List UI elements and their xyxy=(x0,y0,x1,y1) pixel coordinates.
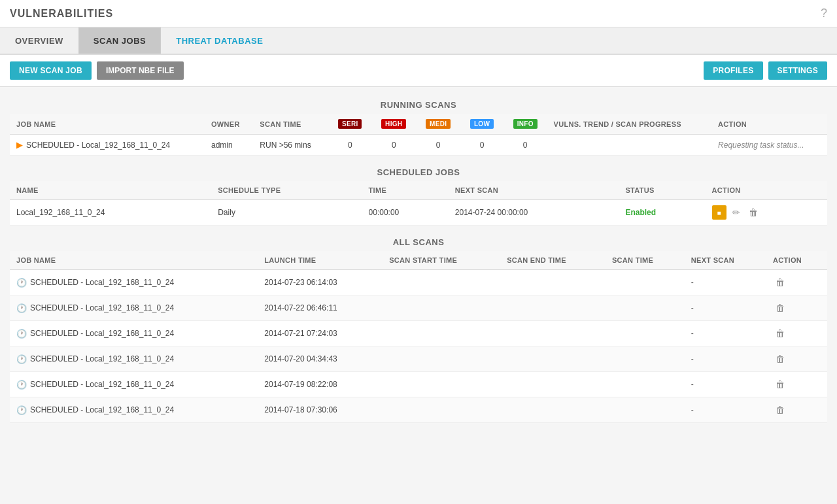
all-action-3: 🗑 xyxy=(766,346,827,372)
main-content: RUNNING SCANS JOB NAME OWNER SCAN TIME S… xyxy=(0,87,837,429)
toolbar-right: PROFILES SETTINGS xyxy=(704,61,827,80)
sched-next: 2014-07-24 00:00:00 xyxy=(449,200,619,226)
col-sched-name: NAME xyxy=(10,181,211,200)
col-sched-action: ACTION xyxy=(706,181,827,200)
col-owner: OWNER xyxy=(205,114,253,135)
tab-scan-jobs[interactable]: SCAN JOBS xyxy=(78,27,161,54)
settings-button[interactable]: SETTINGS xyxy=(768,61,827,80)
col-vulns-trend: VULNS. TREND / SCAN PROGRESS xyxy=(547,114,712,135)
all-next-0: - xyxy=(685,270,766,295)
delete-scan-button[interactable]: 🗑 xyxy=(773,352,787,366)
col-seri: SERI xyxy=(328,114,371,135)
all-next-4: - xyxy=(685,372,766,397)
sched-actions: ■ ✏ 🗑 xyxy=(706,200,827,226)
all-scan-time-1 xyxy=(606,295,685,321)
table-row: 🕐 SCHEDULED - Local_192_168_11_0_24 2014… xyxy=(10,372,827,397)
all-end-4 xyxy=(500,372,606,397)
col-medi: MEDI xyxy=(416,114,460,135)
help-icon[interactable]: ? xyxy=(821,7,827,20)
new-scan-job-button[interactable]: NEW SCAN JOB xyxy=(10,61,92,80)
high-badge: HIGH xyxy=(381,119,406,129)
all-start-4 xyxy=(383,372,500,397)
all-scan-time-4 xyxy=(606,372,685,397)
medi-badge: MEDI xyxy=(426,119,451,129)
toolbar: NEW SCAN JOB IMPORT NBE FILE PROFILES SE… xyxy=(0,55,837,87)
toolbar-left: NEW SCAN JOB IMPORT NBE FILE xyxy=(10,61,184,80)
all-action-5: 🗑 xyxy=(766,397,827,423)
table-row: ▶ SCHEDULED - Local_192_168_11_0_24 admi… xyxy=(10,135,827,156)
all-end-3 xyxy=(500,346,606,372)
delete-scan-button[interactable]: 🗑 xyxy=(773,275,787,290)
all-action-1: 🗑 xyxy=(766,295,827,321)
col-all-next: NEXT SCAN xyxy=(685,251,766,270)
col-all-action: ACTION xyxy=(766,251,827,270)
all-start-5 xyxy=(383,397,500,423)
all-action-4: 🗑 xyxy=(766,372,827,397)
delete-button[interactable]: 🗑 xyxy=(746,205,760,220)
col-all-job-name: JOB NAME xyxy=(10,251,258,270)
low-badge: LOW xyxy=(470,119,494,129)
running-scans-table: JOB NAME OWNER SCAN TIME SERI HIGH MEDI … xyxy=(10,114,827,156)
all-start-3 xyxy=(383,346,500,372)
table-row: 🕐 SCHEDULED - Local_192_168_11_0_24 2014… xyxy=(10,321,827,346)
delete-scan-button[interactable]: 🗑 xyxy=(773,326,787,341)
sched-type: Daily xyxy=(211,200,362,226)
sched-time: 00:00:00 xyxy=(362,200,449,226)
all-next-2: - xyxy=(685,321,766,346)
all-launch-4: 2014-07-19 08:22:08 xyxy=(258,372,383,397)
running-medi: 0 xyxy=(416,135,460,156)
page-title: VULNERABILITIES xyxy=(10,8,113,20)
all-launch-5: 2014-07-18 07:30:06 xyxy=(258,397,383,423)
all-start-1 xyxy=(383,295,500,321)
info-badge: INFO xyxy=(513,119,538,129)
profiles-button[interactable]: PROFILES xyxy=(704,61,762,80)
all-scan-time-5 xyxy=(606,397,685,423)
stop-button[interactable]: ■ xyxy=(712,205,726,220)
col-sched-time: TIME xyxy=(362,181,449,200)
all-launch-1: 2014-07-22 06:46:11 xyxy=(258,295,383,321)
col-all-start: SCAN START TIME xyxy=(383,251,500,270)
all-next-1: - xyxy=(685,295,766,321)
clock-icon: 🕐 xyxy=(16,354,27,364)
col-all-scan-time: SCAN TIME xyxy=(606,251,685,270)
sched-status: Enabled xyxy=(619,200,705,226)
all-start-2 xyxy=(383,321,500,346)
col-sched-type: SCHEDULE TYPE xyxy=(211,181,362,200)
running-info: 0 xyxy=(504,135,547,156)
all-launch-2: 2014-07-21 07:24:03 xyxy=(258,321,383,346)
tab-threat-database[interactable]: THREAT DATABASE xyxy=(161,27,278,54)
table-row: 🕐 SCHEDULED - Local_192_168_11_0_24 2014… xyxy=(10,270,827,295)
running-job-name: ▶ SCHEDULED - Local_192_168_11_0_24 xyxy=(10,135,205,156)
all-launch-0: 2014-07-23 06:14:03 xyxy=(258,270,383,295)
running-action-text: Requesting task status... xyxy=(711,135,827,156)
col-scan-time: SCAN TIME xyxy=(253,114,328,135)
running-high: 0 xyxy=(371,135,416,156)
all-end-2 xyxy=(500,321,606,346)
all-next-3: - xyxy=(685,346,766,372)
running-owner: admin xyxy=(205,135,253,156)
all-end-1 xyxy=(500,295,606,321)
col-low: LOW xyxy=(460,114,504,135)
table-row: 🕐 SCHEDULED - Local_192_168_11_0_24 2014… xyxy=(10,346,827,372)
delete-scan-button[interactable]: 🗑 xyxy=(773,403,787,417)
header: VULNERABILITIES ? xyxy=(0,0,837,27)
all-start-0 xyxy=(383,270,500,295)
edit-button[interactable]: ✏ xyxy=(729,205,743,220)
running-low: 0 xyxy=(460,135,504,156)
col-all-end: SCAN END TIME xyxy=(500,251,606,270)
all-job-name-1: 🕐 SCHEDULED - Local_192_168_11_0_24 xyxy=(10,295,258,321)
all-action-0: 🗑 xyxy=(766,270,827,295)
scheduled-jobs-table: NAME SCHEDULE TYPE TIME NEXT SCAN STATUS… xyxy=(10,181,827,226)
seri-badge: SERI xyxy=(338,119,362,129)
all-scans-table: JOB NAME LAUNCH TIME SCAN START TIME SCA… xyxy=(10,251,827,423)
status-enabled-badge: Enabled xyxy=(625,208,656,217)
all-scan-time-2 xyxy=(606,321,685,346)
col-all-launch: LAUNCH TIME xyxy=(258,251,383,270)
running-icon: ▶ xyxy=(16,140,23,150)
import-nbe-file-button[interactable]: IMPORT NBE FILE xyxy=(97,61,184,80)
col-sched-next: NEXT SCAN xyxy=(449,181,619,200)
delete-scan-button[interactable]: 🗑 xyxy=(773,377,787,392)
tab-overview[interactable]: OVERVIEW xyxy=(0,27,78,54)
table-row: 🕐 SCHEDULED - Local_192_168_11_0_24 2014… xyxy=(10,295,827,321)
delete-scan-button[interactable]: 🗑 xyxy=(773,301,787,315)
